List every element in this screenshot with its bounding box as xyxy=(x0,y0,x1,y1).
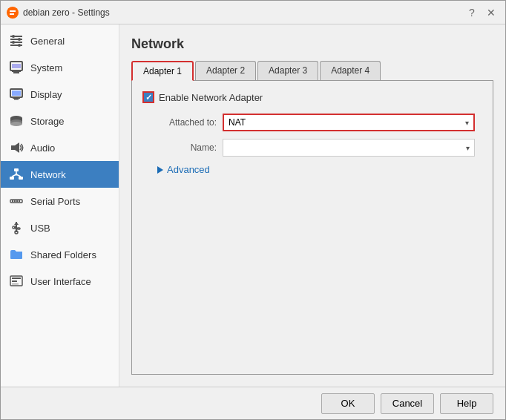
system-icon xyxy=(8,59,24,76)
svg-rect-48 xyxy=(12,283,19,285)
name-dropdown-arrow-icon: ▾ xyxy=(466,144,470,152)
svg-point-35 xyxy=(14,200,16,202)
storage-icon xyxy=(8,113,24,129)
enable-adapter-label: Enable Network Adapter xyxy=(159,92,263,103)
sidebar-item-serial-ports[interactable]: Serial Ports xyxy=(1,188,119,214)
name-label: Name: xyxy=(150,142,217,153)
audio-icon xyxy=(8,140,24,156)
svg-point-23 xyxy=(10,122,22,126)
sidebar-item-user-interface[interactable]: User Interface xyxy=(1,268,119,295)
advanced-label: Advanced xyxy=(167,164,210,175)
tab-adapter4[interactable]: Adapter 4 xyxy=(320,61,381,81)
enable-adapter-row: Enable Network Adapter xyxy=(142,91,482,103)
sidebar-item-audio[interactable]: Audio xyxy=(1,134,119,161)
attached-to-label: Attached to: xyxy=(150,117,217,128)
svg-point-10 xyxy=(18,44,21,47)
title-bar: debian zero - Settings ? ✕ xyxy=(1,1,505,24)
svg-rect-27 xyxy=(10,177,14,180)
cancel-button[interactable]: Cancel xyxy=(381,393,434,414)
network-icon xyxy=(8,166,24,183)
svg-point-8 xyxy=(18,38,21,41)
svg-point-9 xyxy=(12,41,15,44)
help-button[interactable]: ? xyxy=(464,4,480,21)
adapter-tabs: Adapter 1 Adapter 2 Adapter 3 Adapter 4 xyxy=(131,61,493,81)
svg-rect-16 xyxy=(14,99,19,100)
ui-icon xyxy=(8,273,24,289)
user-interface-label: User Interface xyxy=(30,276,91,287)
page-title: Network xyxy=(131,36,493,52)
usb-label: USB xyxy=(30,223,50,234)
name-dropdown[interactable]: ▾ xyxy=(223,139,475,157)
attached-to-row: Attached to: NAT ▾ xyxy=(142,114,482,131)
close-button[interactable]: ✕ xyxy=(483,4,499,21)
usb-icon xyxy=(8,220,24,236)
sidebar-item-storage[interactable]: Storage xyxy=(1,108,119,134)
svg-rect-18 xyxy=(12,91,21,96)
svg-rect-28 xyxy=(19,177,23,180)
triangle-icon xyxy=(157,166,163,174)
svg-point-7 xyxy=(12,35,15,38)
app-icon xyxy=(7,7,19,19)
attached-to-dropdown[interactable]: NAT ▾ xyxy=(223,114,475,131)
serial-ports-label: Serial Ports xyxy=(30,196,80,207)
settings-dialog: debian zero - Settings ? ✕ xyxy=(0,0,506,420)
dialog-content: General System xyxy=(1,24,505,387)
svg-rect-2 xyxy=(10,13,14,15)
serial-icon xyxy=(8,193,24,209)
main-content: Network Adapter 1 Adapter 2 Adapter 3 Ad… xyxy=(119,24,505,387)
network-label: Network xyxy=(30,169,66,180)
svg-rect-0 xyxy=(8,8,17,17)
svg-rect-14 xyxy=(12,64,21,68)
name-row: Name: ▾ xyxy=(142,139,482,157)
audio-label: Audio xyxy=(30,142,55,154)
tab-adapter2[interactable]: Adapter 2 xyxy=(195,61,256,81)
advanced-row[interactable]: Advanced xyxy=(142,164,482,175)
display-label: Display xyxy=(30,89,62,100)
gear-icon xyxy=(8,33,24,49)
svg-point-32 xyxy=(16,174,18,176)
svg-rect-24 xyxy=(11,145,15,150)
dropdown-arrow-icon: ▾ xyxy=(465,119,469,127)
sidebar-item-shared-folders[interactable]: Shared Folders xyxy=(1,241,119,268)
svg-rect-17 xyxy=(13,97,20,99)
svg-marker-39 xyxy=(14,222,19,225)
footer: OK Cancel Help xyxy=(1,387,505,419)
tab-adapter1[interactable]: Adapter 1 xyxy=(131,61,194,81)
svg-rect-26 xyxy=(14,168,19,171)
general-label: General xyxy=(30,36,65,47)
svg-rect-46 xyxy=(12,278,21,279)
tab-adapter3[interactable]: Adapter 3 xyxy=(257,61,318,81)
sidebar-item-system[interactable]: System xyxy=(1,54,119,81)
shared-folders-label: Shared Folders xyxy=(30,249,96,260)
help-button[interactable]: Help xyxy=(440,393,493,414)
svg-point-37 xyxy=(19,200,20,202)
svg-marker-25 xyxy=(15,142,19,153)
sidebar-item-network[interactable]: Network xyxy=(1,161,119,188)
svg-point-36 xyxy=(16,200,18,202)
sidebar-item-display[interactable]: Display xyxy=(1,81,119,108)
svg-point-34 xyxy=(12,200,13,202)
window-title: debian zero - Settings xyxy=(23,7,464,18)
folder-icon xyxy=(8,246,24,263)
enable-adapter-checkbox[interactable] xyxy=(142,91,154,103)
attached-to-value: NAT xyxy=(229,117,246,128)
storage-label: Storage xyxy=(30,116,65,127)
display-icon xyxy=(8,86,24,102)
svg-rect-1 xyxy=(10,10,16,12)
svg-rect-12 xyxy=(13,72,19,73)
tab-panel: Enable Network Adapter Attached to: NAT … xyxy=(131,80,493,375)
sidebar: General System xyxy=(1,24,119,387)
sidebar-item-usb[interactable]: USB xyxy=(1,214,119,241)
svg-rect-13 xyxy=(12,70,21,72)
title-bar-controls: ? ✕ xyxy=(464,4,499,21)
system-label: System xyxy=(30,62,62,73)
sidebar-item-general[interactable]: General xyxy=(1,27,119,54)
ok-button[interactable]: OK xyxy=(321,393,375,414)
svg-rect-47 xyxy=(12,280,17,282)
